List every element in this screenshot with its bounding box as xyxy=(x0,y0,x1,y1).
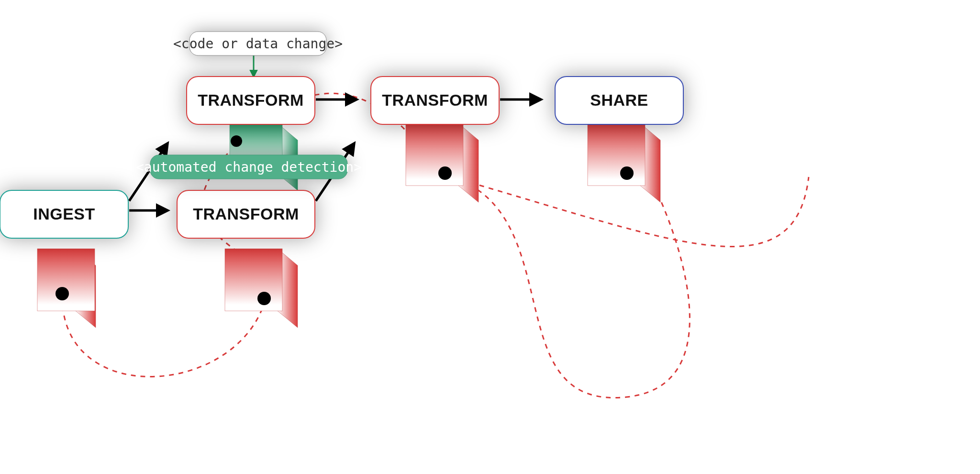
cube-share xyxy=(588,123,660,202)
svg-point-8 xyxy=(231,135,242,147)
node-share-label: SHARE xyxy=(590,91,648,109)
node-ingest-label: INGEST xyxy=(33,205,95,223)
node-ingest: INGEST xyxy=(0,190,128,238)
svg-point-11 xyxy=(438,166,452,180)
node-transform-b: TRANSFORM xyxy=(177,190,315,238)
svg-rect-13 xyxy=(588,123,645,186)
node-transform-b-label: TRANSFORM xyxy=(193,205,299,223)
tag-detection-label: <automated change detection> xyxy=(136,159,362,175)
node-share: SHARE xyxy=(555,77,683,124)
svg-point-5 xyxy=(257,292,271,305)
tag-code-change-label: <code or data change> xyxy=(173,36,343,52)
cube-transform-b xyxy=(225,249,298,328)
tag-code-change: <code or data change> xyxy=(173,32,343,55)
node-transform-c-label: TRANSFORM xyxy=(382,91,488,109)
cube-transform-c xyxy=(406,123,479,202)
node-transform-c: TRANSFORM xyxy=(371,77,499,124)
tag-detection: <automated change detection> xyxy=(136,155,362,179)
diagram-canvas: <code or data change> INGEST TRANSFORM T… xyxy=(0,0,980,474)
cube-ingest xyxy=(37,249,96,328)
svg-rect-4 xyxy=(225,249,282,311)
node-transform-a: TRANSFORM xyxy=(187,77,315,124)
svg-point-14 xyxy=(620,166,634,180)
svg-rect-1 xyxy=(37,249,95,311)
node-transform-a-label: TRANSFORM xyxy=(198,91,304,109)
svg-point-2 xyxy=(56,287,69,300)
svg-rect-10 xyxy=(406,123,463,186)
